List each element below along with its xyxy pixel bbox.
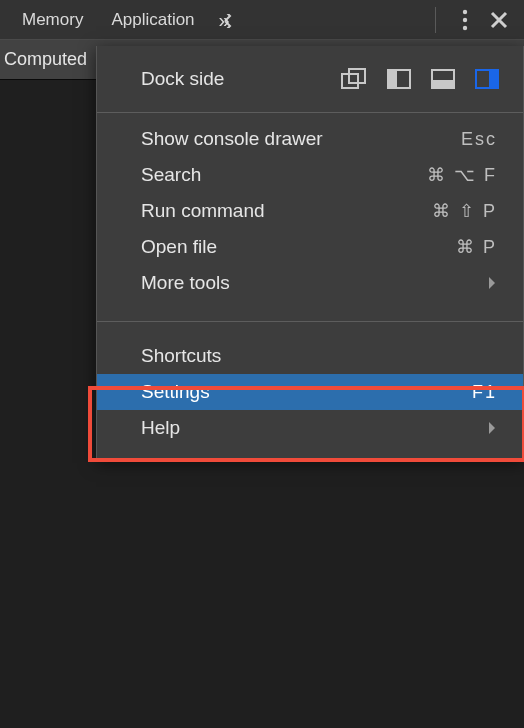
kebab-menu-icon[interactable] <box>462 9 468 31</box>
tab-application[interactable]: Application <box>97 0 208 39</box>
menu-run-command[interactable]: Run command ⌘ ⇧ P <box>97 193 523 229</box>
chevron-right-icon <box>487 276 497 290</box>
svg-point-2 <box>463 25 467 29</box>
menu-search[interactable]: Search ⌘ ⌥ F <box>97 157 523 193</box>
dock-left-icon[interactable] <box>387 69 411 89</box>
menu-group-b: Shortcuts Settings F1 Help <box>97 330 523 458</box>
menu-show-console-drawer[interactable]: Show console drawer Esc <box>97 121 523 157</box>
menu-shortcuts[interactable]: Shortcuts <box>97 338 523 374</box>
dock-side-label: Dock side <box>141 68 341 90</box>
menu-more-tools[interactable]: More tools <box>97 265 523 301</box>
chevron-right-icon <box>487 421 497 435</box>
close-icon[interactable] <box>490 11 508 29</box>
subtab-computed[interactable]: Computed <box>0 49 95 70</box>
menu-separator <box>97 321 523 322</box>
menu-open-file[interactable]: Open file ⌘ P <box>97 229 523 265</box>
menu-help[interactable]: Help <box>97 410 523 446</box>
devtools-main-menu: Dock side <box>96 46 524 459</box>
svg-point-1 <box>463 17 467 21</box>
dock-undock-icon[interactable] <box>341 68 367 90</box>
menu-group-a: Show console drawer Esc Search ⌘ ⌥ F Run… <box>97 113 523 313</box>
devtools-top-bar: Memory Application » <box>0 0 524 40</box>
svg-rect-8 <box>432 80 454 88</box>
tabs-overflow-icon[interactable]: » <box>219 7 230 32</box>
menu-settings[interactable]: Settings F1 <box>97 374 523 410</box>
dock-side-row: Dock side <box>97 46 523 113</box>
dock-bottom-icon[interactable] <box>431 69 455 89</box>
svg-point-0 <box>463 9 467 13</box>
svg-rect-10 <box>489 70 498 88</box>
svg-rect-6 <box>388 70 397 88</box>
dock-right-icon[interactable] <box>475 69 499 89</box>
separator <box>435 7 436 33</box>
tab-memory[interactable]: Memory <box>8 0 97 39</box>
